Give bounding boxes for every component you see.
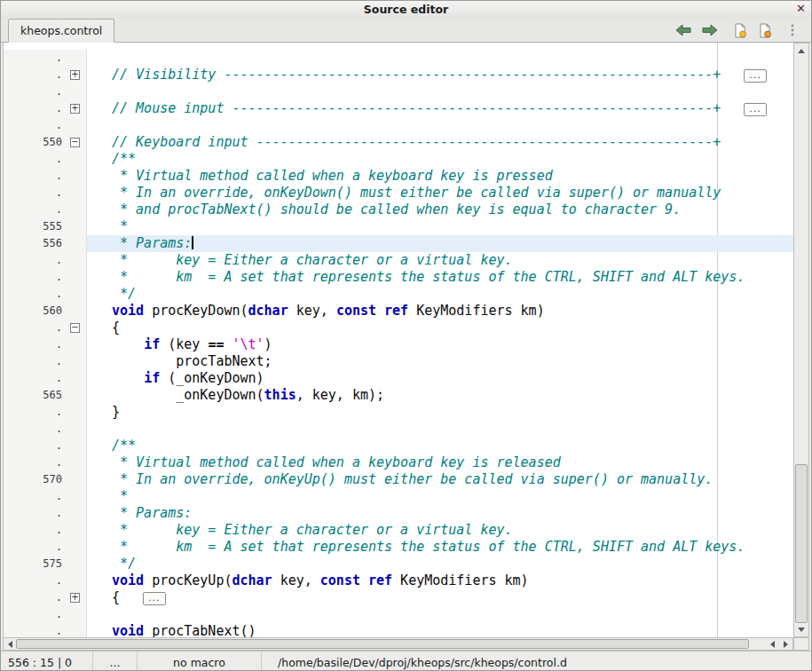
code-line[interactable]: .−{ — [4, 320, 793, 336]
code-text[interactable]: // Visibility --------------------------… — [87, 67, 793, 83]
fold-expand-icon[interactable]: + — [70, 593, 80, 603]
fold-expand-icon[interactable]: + — [70, 104, 80, 114]
code-text[interactable]: * Virtual method called when a keyboard … — [87, 454, 793, 471]
code-line[interactable]: . * Virtual method called when a keyboar… — [4, 454, 793, 471]
vertical-scroll-track[interactable] — [794, 57, 808, 623]
code-line[interactable]: 560void procKeyDown(dchar key, const ref… — [4, 303, 793, 320]
horizontal-scroll-thumb[interactable] — [16, 639, 749, 649]
code-line[interactable]: . if (key == '\t') — [4, 336, 793, 353]
code-line[interactable]: . * and procTabNext() should be called w… — [4, 201, 793, 218]
code-line[interactable]: ./** — [4, 151, 793, 168]
new-document-button[interactable] — [730, 20, 750, 40]
code-text[interactable]: * Params: — [87, 505, 793, 522]
code-line[interactable]: .+{... — [4, 589, 793, 606]
code-line[interactable]: . — [4, 606, 793, 623]
code-line[interactable]: . — [4, 83, 793, 100]
code-text[interactable]: * Virtual method called when a keyboard … — [87, 168, 793, 185]
code-line[interactable]: .+// Visibility ------------------------… — [4, 67, 793, 83]
code-text[interactable] — [87, 606, 793, 623]
code-line[interactable]: . * In an override, onKeyDown() must eit… — [4, 185, 793, 201]
code-text[interactable]: * key = Either a character or a virtual … — [87, 522, 793, 539]
code-text[interactable]: _onKeyDown(this, key, km); — [87, 387, 793, 404]
tab-kheops-control[interactable]: kheops.control — [8, 19, 114, 43]
code-text[interactable]: * — [87, 218, 793, 235]
code-text[interactable]: /** — [87, 438, 793, 454]
code-line[interactable]: 575 */ — [4, 556, 793, 572]
code-line[interactable]: .void procKeyUp(dchar key, const ref Key… — [4, 572, 793, 589]
code-text[interactable]: */ — [87, 286, 793, 303]
code-line[interactable]: . * Params: — [4, 505, 793, 522]
code-line[interactable]: . * km = A set that represents the statu… — [4, 269, 793, 286]
code-line[interactable]: .void procTabNext() — [4, 623, 793, 637]
code-line[interactable]: .+// Mouse input -----------------------… — [4, 100, 793, 117]
code-line[interactable]: .} — [4, 404, 793, 421]
code-text[interactable]: * In an override, onKeyDown() must eithe… — [87, 185, 793, 201]
toolbar-handle[interactable] — [783, 20, 802, 40]
code-text[interactable]: void procKeyDown(dchar key, const ref Ke… — [87, 303, 793, 320]
code-text[interactable] — [87, 83, 793, 100]
code-line[interactable]: 555 * — [4, 218, 793, 235]
code-line[interactable]: . — [4, 421, 793, 438]
close-icon[interactable]: ✕ — [796, 2, 806, 15]
code-text[interactable]: */ — [87, 556, 793, 572]
code-text[interactable]: {... — [87, 589, 793, 606]
code-line[interactable]: . * key = Either a character or a virtua… — [4, 522, 793, 539]
code-text[interactable]: * km = A set that represents the status … — [87, 539, 793, 556]
code-line[interactable]: 570 * In an override, onKeyUp() must eit… — [4, 471, 793, 488]
code-area[interactable]: ..+// Visibility -----------------------… — [4, 43, 793, 637]
code-text[interactable]: * Params: — [87, 235, 793, 252]
folded-code-ellipsis[interactable]: ... — [744, 69, 767, 83]
code-line[interactable]: . * — [4, 488, 793, 505]
code-text[interactable]: * and procTabNext() should be called whe… — [87, 201, 793, 218]
folded-code-ellipsis[interactable]: ... — [143, 592, 166, 605]
fold-collapse-icon[interactable]: − — [70, 138, 80, 147]
code-text[interactable]: // Mouse input -------------------------… — [87, 100, 793, 117]
go-forward-button[interactable] — [700, 20, 720, 40]
code-text[interactable]: procTabNext; — [87, 353, 793, 370]
vertical-scrollbar[interactable] — [793, 43, 809, 637]
code-line[interactable]: . if (_onKeyDown) — [4, 370, 793, 387]
save-document-button[interactable] — [755, 20, 775, 40]
scroll-down-button[interactable] — [794, 624, 808, 635]
code-line[interactable]: 550−// Keyboard input ------------------… — [4, 134, 793, 151]
code-line[interactable]: . — [4, 50, 793, 67]
code-text[interactable]: * — [87, 488, 793, 505]
folded-code-ellipsis[interactable]: ... — [744, 103, 767, 116]
code-line[interactable]: . * km = A set that represents the statu… — [4, 539, 793, 556]
horizontal-scrollbar[interactable] — [3, 637, 793, 651]
code-line[interactable]: ./** — [4, 438, 793, 454]
code-line[interactable]: . — [4, 117, 793, 134]
code-text[interactable]: /** — [87, 151, 793, 168]
go-back-button[interactable] — [674, 20, 693, 40]
scroll-up-button[interactable] — [794, 45, 808, 56]
horizontal-scroll-track[interactable] — [16, 638, 764, 650]
statusbar-overflow-button[interactable]: ... — [93, 651, 138, 671]
code-text[interactable]: { — [87, 320, 793, 336]
code-text[interactable]: * km = A set that represents the status … — [87, 269, 793, 286]
code-text[interactable]: void procKeyUp(dchar key, const ref KeyM… — [87, 572, 793, 589]
scroll-left-button[interactable] — [5, 638, 14, 650]
code-text[interactable] — [87, 117, 793, 134]
code-text[interactable]: // Keyboard input ----------------------… — [87, 134, 793, 151]
code-line[interactable]: . procTabNext; — [4, 353, 793, 370]
titlebar[interactable]: Source editor ✕ — [1, 1, 811, 20]
code-line[interactable]: . */ — [4, 286, 793, 303]
code-line[interactable]: . * Virtual method called when a keyboar… — [4, 168, 793, 185]
scroll-right-button[interactable] — [780, 638, 791, 650]
code-text[interactable]: } — [87, 404, 793, 421]
scroll-left-button-2[interactable] — [767, 638, 777, 650]
code-text[interactable]: * In an override, onKeyUp() must either … — [87, 471, 793, 488]
code-text[interactable]: * key = Either a character or a virtual … — [87, 252, 793, 269]
code-editor[interactable]: ..+// Visibility -----------------------… — [3, 43, 793, 637]
code-line[interactable]: 556 * Params: — [4, 235, 793, 252]
vertical-scroll-thumb[interactable] — [795, 464, 808, 623]
code-text[interactable] — [87, 50, 793, 67]
fold-expand-icon[interactable]: + — [70, 70, 80, 80]
code-text[interactable]: void procTabNext() — [87, 623, 793, 637]
code-text[interactable] — [87, 421, 793, 438]
fold-collapse-icon[interactable]: − — [70, 323, 80, 333]
code-line[interactable]: . * key = Either a character or a virtua… — [4, 252, 793, 269]
code-text[interactable]: if (_onKeyDown) — [87, 370, 793, 387]
code-text[interactable]: if (key == '\t') — [87, 336, 793, 353]
code-line[interactable]: 565 _onKeyDown(this, key, km); — [4, 387, 793, 404]
